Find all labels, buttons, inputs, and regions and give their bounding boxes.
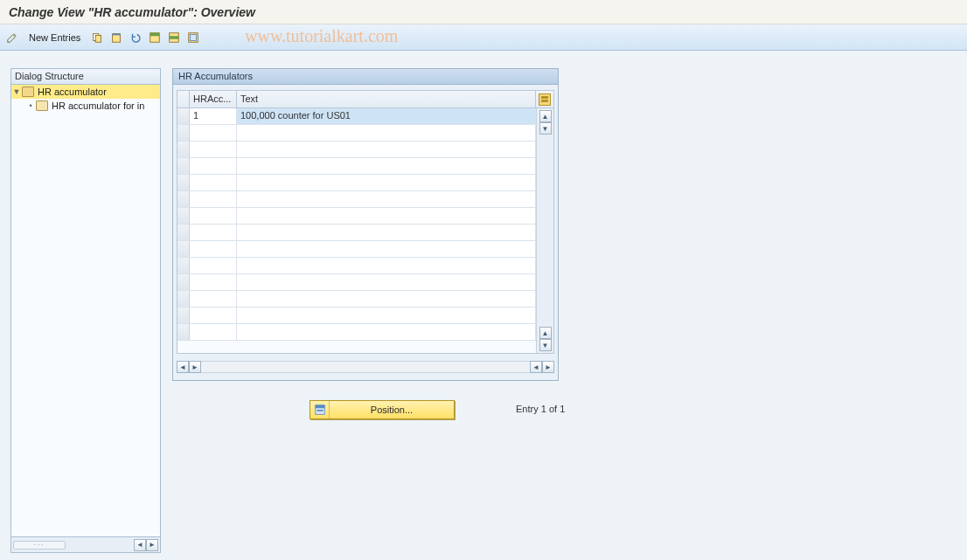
- main-area: Dialog Structure ▼ HR accumulator • HR a…: [0, 51, 967, 560]
- watermark-text: www.tutorialkart.com: [245, 26, 398, 46]
- cell-hracc[interactable]: [190, 274, 237, 290]
- row-selector[interactable]: [177, 274, 190, 290]
- cell-text[interactable]: [237, 241, 536, 257]
- position-button[interactable]: Position...: [310, 400, 455, 419]
- cell-text[interactable]: [237, 175, 536, 190]
- position-label: Position...: [330, 404, 454, 415]
- cell-hracc[interactable]: [190, 208, 237, 224]
- folder-closed-icon: [36, 100, 48, 111]
- svg-rect-1: [96, 35, 101, 42]
- copy-as-icon[interactable]: [88, 29, 106, 46]
- cell-text[interactable]: [237, 258, 536, 273]
- cell-text[interactable]: [237, 225, 536, 240]
- cell-text[interactable]: [237, 142, 536, 157]
- table-row[interactable]: [177, 308, 536, 324]
- cell-hracc[interactable]: [190, 158, 237, 174]
- grid-header-hracc[interactable]: HRAcc...: [190, 91, 237, 107]
- cell-text[interactable]: 100,000 counter for US01: [237, 108, 536, 124]
- scroll-up-icon[interactable]: ▲: [539, 110, 552, 122]
- table-row[interactable]: [177, 175, 536, 191]
- toolbar: New Entries www.tutorialkart.com: [0, 24, 967, 51]
- table-row[interactable]: [177, 258, 536, 274]
- row-selector[interactable]: [177, 308, 190, 323]
- cell-text[interactable]: [237, 308, 536, 323]
- cell-hracc[interactable]: [190, 125, 237, 141]
- table-row[interactable]: [177, 291, 536, 308]
- cell-text[interactable]: [237, 158, 536, 174]
- row-selector[interactable]: [177, 191, 190, 207]
- scroll-down-icon[interactable]: ▼: [539, 339, 552, 351]
- resize-handle[interactable]: ···: [13, 541, 66, 550]
- folder-open-icon: [22, 86, 34, 97]
- row-selector[interactable]: [177, 142, 190, 157]
- scroll-left-icon[interactable]: ◄: [134, 539, 146, 551]
- scroll-track[interactable]: [201, 361, 530, 373]
- row-selector[interactable]: [177, 158, 190, 174]
- cell-text[interactable]: [237, 324, 536, 340]
- row-selector[interactable]: [177, 175, 190, 190]
- scroll-right-icon[interactable]: ►: [146, 539, 158, 551]
- grid-config-button[interactable]: [536, 91, 553, 107]
- table-row[interactable]: [177, 241, 536, 258]
- cell-text[interactable]: [237, 274, 536, 290]
- cell-hracc[interactable]: [190, 142, 237, 157]
- cell-text[interactable]: [237, 208, 536, 224]
- table-row[interactable]: [177, 324, 536, 341]
- dialog-structure-header: Dialog Structure: [11, 69, 160, 85]
- table-row[interactable]: [177, 225, 536, 241]
- row-selector[interactable]: [177, 241, 190, 257]
- cell-hracc[interactable]: [190, 308, 237, 323]
- cell-hracc[interactable]: 1: [190, 108, 237, 124]
- table-row[interactable]: [177, 208, 536, 225]
- cell-hracc[interactable]: [190, 258, 237, 273]
- row-selector[interactable]: [177, 108, 190, 124]
- row-selector[interactable]: [177, 324, 190, 340]
- grid-header-text[interactable]: Text: [237, 91, 536, 107]
- cell-hracc[interactable]: [190, 241, 237, 257]
- cell-text[interactable]: [237, 191, 536, 207]
- scroll-left-icon[interactable]: ◄: [530, 361, 542, 373]
- scroll-right-icon[interactable]: ►: [542, 361, 554, 373]
- tree-item-hr-accumulator[interactable]: ▼ HR accumulator: [11, 85, 160, 99]
- row-selector[interactable]: [177, 258, 190, 273]
- new-entries-button[interactable]: New Entries: [23, 29, 87, 46]
- undo-icon[interactable]: [127, 29, 144, 46]
- table-row[interactable]: 1 100,000 counter for US01: [177, 108, 536, 125]
- select-block-icon[interactable]: [165, 29, 183, 46]
- grid-vertical-scrollbar[interactable]: ▲ ▼ ▲ ▼: [536, 108, 553, 353]
- scroll-down-icon[interactable]: ▼: [539, 122, 552, 135]
- table-row[interactable]: [177, 274, 536, 291]
- cell-hracc[interactable]: [190, 175, 237, 190]
- table-row[interactable]: [177, 125, 536, 142]
- table-row[interactable]: [177, 142, 536, 158]
- cell-hracc[interactable]: [190, 291, 237, 307]
- cell-text[interactable]: [237, 291, 536, 307]
- select-all-icon[interactable]: [146, 29, 163, 46]
- row-selector[interactable]: [177, 208, 190, 224]
- grid-header-selector[interactable]: [177, 91, 190, 107]
- page-title: Change View "HR accumulator": Overview: [9, 5, 255, 19]
- table-row[interactable]: [177, 191, 536, 208]
- dialog-tree: ▼ HR accumulator • HR accumulator for in: [11, 85, 160, 113]
- scroll-left-icon[interactable]: ◄: [177, 361, 189, 373]
- deselect-all-icon[interactable]: [184, 29, 202, 46]
- scroll-up-icon[interactable]: ▲: [539, 327, 552, 339]
- dialog-bottom-bar: ··· ◄ ►: [11, 536, 160, 552]
- toggle-change-icon[interactable]: [3, 29, 21, 46]
- table-row[interactable]: [177, 158, 536, 175]
- row-selector[interactable]: [177, 125, 190, 141]
- grid-horizontal-scrollbar[interactable]: ◄ ► ◄ ►: [177, 359, 554, 375]
- dialog-structure-panel: Dialog Structure ▼ HR accumulator • HR a…: [10, 68, 161, 553]
- row-selector[interactable]: [177, 291, 190, 307]
- row-selector[interactable]: [177, 225, 190, 240]
- cell-hracc[interactable]: [190, 225, 237, 240]
- position-icon: [310, 401, 330, 418]
- svg-rect-11: [317, 410, 323, 411]
- cell-hracc[interactable]: [190, 191, 237, 207]
- delete-icon[interactable]: [108, 29, 125, 46]
- cell-hracc[interactable]: [190, 324, 237, 340]
- cell-text[interactable]: [237, 125, 536, 141]
- tree-toggle-icon[interactable]: ▼: [11, 87, 22, 96]
- tree-item-hr-accumulator-sub[interactable]: • HR accumulator for in: [11, 99, 160, 113]
- scroll-right-icon[interactable]: ►: [189, 361, 201, 373]
